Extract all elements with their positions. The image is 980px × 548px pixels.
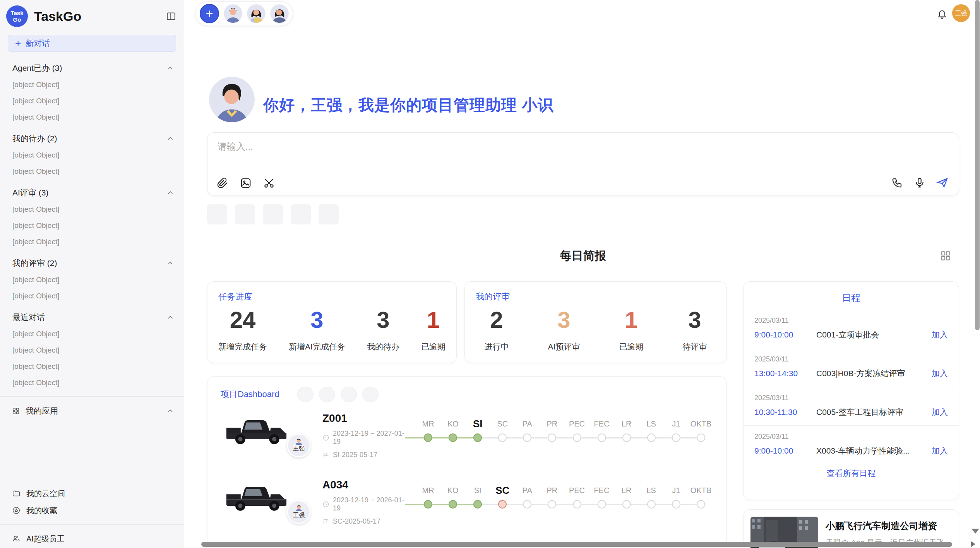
project-row[interactable]: 王强 Z001 2023-12-19 ~ 2027-01-19 [207, 411, 726, 469]
microphone-icon[interactable] [914, 177, 925, 188]
sidebar-item[interactable]: [object Object] [0, 77, 184, 93]
sidebar-section: 最近对话 [object Object][object Object][obje… [0, 309, 184, 391]
section-header[interactable]: 最近对话 [0, 309, 184, 326]
sidebar-item[interactable]: [object Object] [0, 234, 184, 250]
sidebar-collapse-icon[interactable] [166, 11, 176, 21]
section-header[interactable]: Agent已办 (3) [0, 60, 184, 77]
suggestion-chip[interactable] [235, 204, 255, 224]
milestone-label: OKTB [689, 483, 713, 497]
notification-bell-icon[interactable] [937, 9, 947, 19]
app-sub-item[interactable] [0, 436, 184, 452]
chevron-up-icon[interactable] [166, 188, 175, 197]
section-header[interactable]: 我的评审 (2) [0, 255, 184, 272]
milestone-label: KO [440, 417, 465, 431]
sidebar-item[interactable]: [object Object] [0, 201, 184, 217]
scroll-right-arrow-icon[interactable] [971, 541, 975, 547]
project-date-range: 2023-12-19 ~ 2027-01-19 [333, 430, 409, 446]
chevron-up-icon[interactable] [166, 259, 175, 267]
sidebar-item[interactable]: [object Object] [0, 326, 184, 342]
chevron-up-icon[interactable] [166, 64, 175, 72]
chevron-up-icon[interactable] [166, 134, 175, 143]
join-link[interactable]: 加入 [932, 445, 948, 456]
phone-icon[interactable] [891, 177, 903, 188]
image-icon[interactable] [240, 177, 252, 189]
send-icon[interactable] [936, 176, 949, 189]
view-all-schedule-link[interactable]: 查看所有日程 [744, 468, 959, 479]
suggestion-chip[interactable] [207, 204, 227, 224]
sidebar-item-favorites[interactable]: 我的收藏 [0, 502, 184, 519]
section-title: AI评审 (3) [12, 187, 166, 198]
section-header[interactable]: AI评审 (3) [0, 184, 184, 201]
user-avatar[interactable]: 王强 [952, 4, 970, 22]
filter-chip[interactable] [341, 387, 357, 402]
milestone-dot [449, 500, 457, 509]
horizontal-scrollbar-thumb[interactable] [201, 542, 952, 547]
project-milestone-date: SC-2025-05-17 [333, 517, 380, 526]
sidebar-item[interactable]: [object Object] [0, 109, 184, 125]
my-apps-header[interactable]: 我的应用 [0, 402, 184, 420]
app-title: TaskGo [34, 9, 166, 24]
owner-name: 王强 [293, 445, 305, 452]
milestone-dot [598, 433, 606, 442]
sidebar-item[interactable]: [object Object] [0, 163, 184, 180]
filter-chip[interactable] [297, 387, 314, 402]
vertical-scrollbar-thumb[interactable] [975, 0, 980, 330]
sidebar-item-ai-staff[interactable]: AI超级员工 [0, 530, 184, 547]
message-input[interactable] [218, 141, 682, 152]
suggestion-chip[interactable] [291, 204, 311, 224]
milestone: PEC [564, 417, 589, 445]
milestone-label: SI [465, 483, 490, 497]
stat-value: 2 [485, 307, 509, 333]
sidebar-item[interactable]: [object Object] [0, 147, 184, 163]
app-sub-item[interactable] [0, 420, 184, 436]
event-name: C003|H0B-方案冻结评审 [816, 368, 932, 379]
layout-grid-icon[interactable] [940, 250, 951, 262]
greeting-title: 你好，王强，我是你的项目管理助理 小识 [263, 94, 553, 116]
new-chat-button[interactable]: + 新对话 [8, 35, 176, 52]
stat-card: 我的评审 2 进行中 3 AI预评审 1 已逾期 3 待评审 [464, 281, 727, 363]
app-sub-item[interactable] [0, 452, 184, 469]
agent-avatar[interactable] [224, 4, 242, 23]
scissors-icon[interactable] [263, 177, 275, 189]
clock-icon [322, 434, 329, 441]
sidebar-item[interactable]: [object Object] [0, 358, 184, 375]
sidebar-item-cloud[interactable]: 我的云空间 [0, 485, 184, 502]
sidebar-item[interactable]: [object Object] [0, 272, 184, 288]
join-link[interactable]: 加入 [932, 368, 948, 379]
add-agent-button[interactable]: + [200, 4, 219, 23]
composer [207, 132, 959, 195]
project-dates: 2023-12-19 ~ 2027-01-19 [322, 430, 409, 446]
paperclip-icon[interactable] [217, 177, 228, 189]
clock-icon [322, 501, 329, 508]
milestone: PA [515, 483, 540, 512]
milestone: LS [639, 483, 664, 512]
join-link[interactable]: 加入 [932, 329, 948, 340]
milestone-label: MR [416, 417, 440, 431]
sidebar-item[interactable]: [object Object] [0, 375, 184, 391]
agent-avatar[interactable] [247, 4, 266, 23]
sidebar-item[interactable]: [object Object] [0, 217, 184, 234]
app-sub-item[interactable] [0, 469, 184, 485]
sidebar-item[interactable]: [object Object] [0, 288, 184, 304]
cloud-label: 我的云空间 [26, 488, 65, 499]
project-row[interactable]: 王强 A034 2023-12-19 ~ 2026-01-19 [207, 477, 726, 535]
milestone-label: J1 [664, 417, 689, 431]
join-link[interactable]: 加入 [932, 407, 948, 418]
sidebar-item[interactable]: [object Object] [0, 93, 184, 109]
stat-value: 3 [682, 307, 707, 333]
suggestion-chip[interactable] [319, 204, 339, 224]
milestone: KO [440, 417, 465, 445]
suggestion-chip[interactable] [263, 204, 283, 224]
chevron-up-icon[interactable] [166, 407, 175, 415]
chevron-up-icon[interactable] [166, 313, 175, 322]
filter-chip[interactable] [319, 387, 335, 402]
section-header[interactable]: 我的待办 (2) [0, 130, 184, 147]
filter-chip[interactable] [362, 387, 379, 402]
milestone-label: PR [540, 483, 564, 497]
agent-avatar[interactable] [270, 4, 289, 23]
scroll-down-arrow-icon[interactable] [971, 529, 979, 534]
event-name: C001-立项审批会 [816, 329, 932, 340]
daily-brief-title: 每日简报 [207, 247, 959, 265]
sidebar-section: AI评审 (3) [object Object][object Object][… [0, 184, 184, 250]
sidebar-item[interactable]: [object Object] [0, 342, 184, 358]
